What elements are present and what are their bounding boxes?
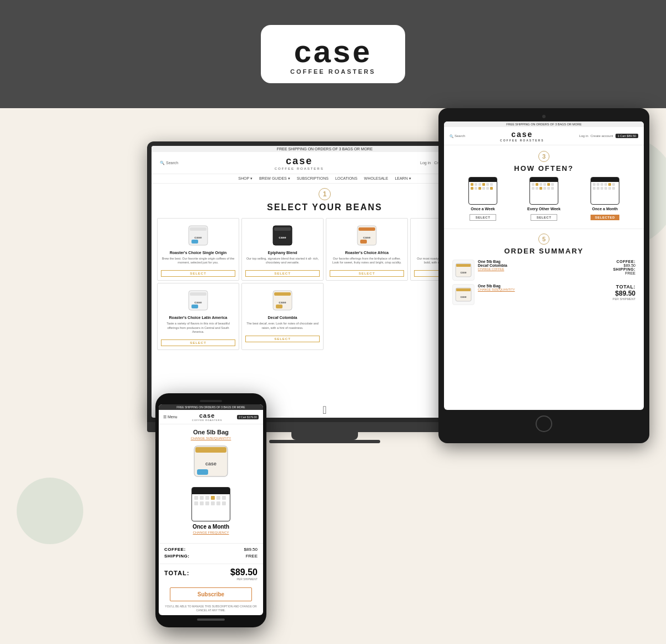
nav-learn[interactable]: LEARN ▾ xyxy=(395,176,411,181)
phone-change-freq-link[interactable]: CHANGE FREQUENCY xyxy=(193,531,229,534)
tablet-cart[interactable]: 1 Cart $89.50 xyxy=(615,134,638,138)
menu-icon: ☰ xyxy=(163,415,167,419)
select-btn-3[interactable]: SELECT xyxy=(330,270,404,277)
freq-biweek-label: Every Other Week xyxy=(522,207,566,211)
order-total-col: TOTAL: $89.50 PER SHIPMENT xyxy=(613,284,635,301)
product-name-5: Roaster's Choice Latin America xyxy=(161,315,235,320)
product-card-2: case Epiphany Blend Our top selling, sig… xyxy=(241,218,324,281)
subscribe-button[interactable]: Subscribe xyxy=(170,587,252,601)
freq-step-num: 3 xyxy=(452,151,635,162)
calendar-month-icon xyxy=(591,177,619,205)
tablet-camera xyxy=(542,115,546,118)
product-desc-3: Our favorite offerings from the birthpla… xyxy=(330,257,404,265)
freq-biweek-btn[interactable]: SELECT xyxy=(531,214,558,221)
freq-step-title: HOW OFTEN? xyxy=(452,164,635,173)
svg-rect-16 xyxy=(190,292,206,296)
tablet-home-button[interactable] xyxy=(536,415,552,432)
brand-logo-container: case COFFEE ROASTERS xyxy=(261,25,405,83)
phone-product-name: One 5lb Bag xyxy=(164,429,258,435)
select-btn-5[interactable]: SELECT xyxy=(161,339,235,346)
order-price-1: COFFEE: $89.50 SHIPPING: FREE xyxy=(613,260,635,275)
nav-brew[interactable]: BREW GUIDES ▾ xyxy=(259,176,290,181)
tablet-search[interactable]: 🔍 Search xyxy=(450,134,465,138)
header: case COFFEE ROASTERS xyxy=(0,0,666,108)
tablet-logo: case COFFEE ROASTERS xyxy=(465,130,579,142)
select-btn-2[interactable]: SELECT xyxy=(245,270,320,277)
order-item-info-1: One 5lb Bag Decaf Colombia CHANGE COFFEE xyxy=(478,260,613,271)
freq-week-btn[interactable]: SELECT xyxy=(470,214,497,221)
svg-rect-27 xyxy=(456,288,471,291)
tablet-header: 🔍 Search case COFFEE ROASTERS Log in Cre… xyxy=(444,127,644,145)
svg-text:case: case xyxy=(205,461,216,466)
phone-device: FREE SHIPPING ON ORDERS OF 3 BAGS OR MOR… xyxy=(155,393,266,627)
monitor-foot xyxy=(269,440,380,443)
nav-shop[interactable]: SHOP ▾ xyxy=(238,176,253,181)
select-btn-1[interactable]: SELECT xyxy=(161,270,235,277)
phone-product-section: One 5lb Bag CHANGE SIZE/QUANTITY case xyxy=(159,424,263,487)
freq-month-label: Once a Month xyxy=(583,207,627,211)
svg-rect-30 xyxy=(195,447,226,453)
nav-subscriptions[interactable]: SUBSCRIPTIONS xyxy=(297,176,329,181)
product-name-1: Roaster's Choice Single Origin xyxy=(161,250,235,255)
phone-header: ☰ Menu case COFFEE ROASTERS 2 Cart $179.… xyxy=(159,410,263,424)
phone-total-section: TOTAL: $89.50 PER SHIPMENT xyxy=(159,564,263,584)
select-btn-6[interactable]: SELECT xyxy=(245,336,320,342)
product-desc-5: Taste a variety of flavors in this mix o… xyxy=(161,322,235,333)
freq-month-btn[interactable]: SELECTED xyxy=(591,215,619,220)
phone-menu-btn[interactable]: ☰ Menu xyxy=(163,415,178,419)
product-img-1: case xyxy=(184,223,212,248)
empty-slot-1 xyxy=(326,283,408,350)
product-card-5: case Roaster's Choice Latin America Tast… xyxy=(157,283,239,350)
svg-text:case: case xyxy=(194,236,202,239)
svg-text:case: case xyxy=(279,236,286,239)
nav-wholesale[interactable]: WHOLESALE xyxy=(364,176,389,181)
freq-every-other-week: Every Other Week SELECT xyxy=(522,177,566,221)
calendar-biweek-icon xyxy=(529,177,558,205)
phone-total-row: TOTAL: $89.50 xyxy=(164,567,258,577)
svg-rect-24 xyxy=(456,264,471,267)
phone-logo: case COFFEE ROASTERS xyxy=(192,412,222,422)
product-img-3: case xyxy=(353,223,381,248)
phone-coffee-row: COFFEE: $89.50 xyxy=(164,547,258,552)
phone-calendar-section: Once a Month CHANGE FREQUENCY xyxy=(159,487,263,543)
product-desc-2: Our top selling, signature blend that st… xyxy=(245,257,320,265)
product-card-1: case Roaster's Choice Single Origin Brew… xyxy=(157,218,239,281)
phone-change-size-link[interactable]: CHANGE SIZE/QUANTITY xyxy=(164,437,258,440)
product-img-5: case xyxy=(184,288,212,313)
freq-options: Once a Week SELECT xyxy=(452,177,635,221)
freq-week-label: Once a Week xyxy=(461,207,505,211)
svg-rect-20 xyxy=(274,292,291,296)
svg-rect-5 xyxy=(274,227,291,231)
product-img-6: case xyxy=(269,288,296,313)
main-area: FREE SHIPPING ON ORDERS OF 3 BAGS OR MOR… xyxy=(0,108,666,644)
apple-logo-icon:  xyxy=(322,404,326,417)
step-circle: 1 xyxy=(319,188,331,200)
svg-rect-1 xyxy=(190,227,206,231)
svg-text:case: case xyxy=(194,301,202,304)
tablet-screen: FREE SHIPPING ON ORDERS OF 3 BAGS OR MOR… xyxy=(444,121,644,410)
site-logo: case COFFEE ROASTERS xyxy=(178,155,420,170)
order-item-img-1: case xyxy=(452,260,475,281)
product-card-6: case Decaf Colombia The best decaf, ever… xyxy=(241,283,324,350)
change-size-link[interactable]: CHANGE SIZE/QUANTITY xyxy=(478,288,613,291)
product-desc-1: Brew the best. Our favorite single origi… xyxy=(161,257,235,265)
tablet-device: FREE SHIPPING ON ORDERS OF 3 BAGS OR MOR… xyxy=(438,108,649,443)
phone-speaker xyxy=(200,400,222,402)
phone-cart-btn[interactable]: 2 Cart $179.00 xyxy=(237,415,259,419)
svg-text:case: case xyxy=(460,295,466,298)
site-search[interactable]: 🔍 Search xyxy=(160,161,178,165)
change-coffee-link[interactable]: CHANGE COFFEE xyxy=(478,267,613,271)
phone-shipping-row: SHIPPING: FREE xyxy=(164,554,258,559)
svg-rect-18 xyxy=(191,305,198,308)
nav-locations[interactable]: LOCATIONS xyxy=(335,176,357,181)
phone-body: FREE SHIPPING ON ORDERS OF 3 BAGS OR MOR… xyxy=(155,393,266,627)
order-title: ORDER SUMMARY xyxy=(452,247,635,255)
product-name-2: Epiphany Blend xyxy=(245,250,320,255)
order-item-img-2: case xyxy=(452,284,475,305)
phone-topbar: FREE SHIPPING ON ORDERS OF 3 BAGS OR MOR… xyxy=(159,404,263,410)
product-card-3: case Roaster's Choice Africa Our favorit… xyxy=(326,218,408,281)
search-icon: 🔍 xyxy=(160,161,165,165)
product-img-2: case xyxy=(269,223,296,248)
svg-rect-22 xyxy=(276,305,282,308)
brand-name: case xyxy=(294,36,372,67)
